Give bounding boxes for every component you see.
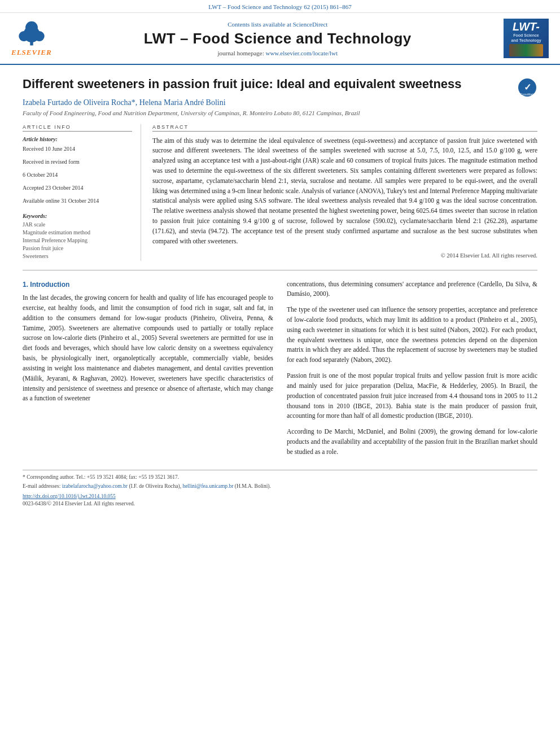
intro-para-right-3: Passion fruit is one of the most popular… — [287, 371, 537, 421]
doi-link[interactable]: http://dx.doi.org/10.1016/j.lwt.2014.10.… — [23, 493, 116, 499]
intro-para-right-4: According to De Marchi, McDaniel, and Bo… — [287, 427, 537, 457]
article-info-abstract: ARTICLE INFO Article history: Received 1… — [23, 124, 537, 261]
doi-line[interactable]: http://dx.doi.org/10.1016/j.lwt.2014.10.… — [23, 493, 537, 499]
crossmark-icon[interactable]: ✓ CrossMark — [517, 77, 537, 98]
sciencedirect-link[interactable]: ScienceDirect — [293, 21, 328, 28]
journal-header: ELSEVIER Contents lists available at Sci… — [0, 13, 560, 65]
abstract-col: ABSTRACT The aim of this study was to de… — [152, 124, 537, 261]
introduction-section: 1. Introduction In the last decades, the… — [23, 279, 537, 463]
history-label: Article history: — [23, 136, 132, 142]
lwt-logo-right: LWT- Food Science and Technology — [504, 19, 549, 58]
intro-para-1: In the last decades, the growing concern… — [23, 293, 273, 404]
corresponding-author: * Corresponding author. Tel.: +55 19 352… — [23, 474, 537, 481]
elsevier-wordmark: ELSEVIER — [11, 48, 52, 57]
abstract-header: ABSTRACT — [152, 124, 537, 132]
received-date: Received 10 June 2014 — [23, 145, 132, 153]
abstract-text: The aim of this study was to determine t… — [152, 136, 537, 247]
body-columns: 1. Introduction In the last decades, the… — [23, 279, 537, 463]
abstract-copyright: © 2014 Elsevier Ltd. All rights reserved… — [152, 252, 537, 259]
article-title: Different sweeteners in passion fruit ju… — [23, 76, 537, 93]
author-names: Izabela Furtado de Oliveira Rocha*, Hele… — [23, 98, 226, 107]
section-divider — [23, 270, 537, 270]
keyword-2: Magnitude estimation method — [23, 229, 132, 235]
revised-label: Received in revised form — [23, 158, 132, 166]
copyright-bottom: 0023-6438/© 2014 Elsevier Ltd. All right… — [23, 501, 537, 506]
affiliation: Faculty of Food Engineering, Food and Nu… — [23, 110, 537, 116]
title-area: ✓ CrossMark Different sweeteners in pass… — [23, 76, 537, 93]
body-right-col: concentrations, thus determining consume… — [287, 279, 537, 463]
email2-name: (H.M.A. Bolini). — [235, 483, 271, 489]
journal-title: LWT – Food Science and Technology — [52, 30, 504, 47]
email1-link[interactable]: izabelafarocha@yahoo.com.br — [62, 483, 128, 489]
body-left-col: 1. Introduction In the last decades, the… — [23, 279, 273, 463]
homepage-url[interactable]: www.elsevier.com/locate/lwt — [265, 50, 338, 56]
section1-title: 1. Introduction — [23, 279, 273, 290]
elsevier-logo: ELSEVIER — [11, 20, 52, 57]
article-info-col: ARTICLE INFO Article history: Received 1… — [23, 124, 141, 261]
svg-point-3 — [34, 31, 44, 41]
top-bar: LWT – Food Science and Technology 62 (20… — [0, 0, 560, 13]
keywords-section: Keywords: JAR scale Magnitude estimation… — [23, 213, 132, 259]
article-info-header: ARTICLE INFO — [23, 124, 132, 132]
email1-name: (I.F. de Oliveira Rocha), — [129, 483, 181, 489]
intro-para-right-2: The type of the sweetener used can influ… — [287, 305, 537, 365]
contents-line: Contents lists available at ScienceDirec… — [52, 21, 504, 28]
footnote-section: * Corresponding author. Tel.: +55 19 352… — [23, 470, 537, 507]
svg-point-2 — [19, 31, 29, 41]
lwt-logo-sub2: and Technology — [510, 38, 542, 43]
lwt-logo-image — [509, 44, 543, 56]
homepage-prefix: journal homepage: — [218, 50, 266, 56]
journal-header-center: Contents lists available at ScienceDirec… — [52, 21, 504, 56]
lwt-logo-big: LWT- — [513, 20, 540, 33]
email-label: E-mail addresses: — [23, 483, 60, 489]
email-footnote: E-mail addresses: izabelafarocha@yahoo.c… — [23, 483, 537, 490]
lwt-logo-sub1: Food Science — [512, 33, 540, 38]
keyword-4: Passion fruit juice — [23, 245, 132, 251]
keyword-5: Sweeteners — [23, 253, 132, 259]
keyword-1: JAR scale — [23, 221, 132, 228]
article-content: ✓ CrossMark Different sweeteners in pass… — [0, 65, 560, 518]
keyword-3: Internal Preference Mapping — [23, 237, 132, 243]
svg-text:✓: ✓ — [524, 82, 531, 92]
available-date: Available online 31 October 2014 — [23, 196, 132, 205]
svg-text:CrossMark: CrossMark — [520, 93, 535, 96]
homepage-line: journal homepage: www.elsevier.com/locat… — [52, 50, 504, 56]
accepted-date: Accepted 23 October 2014 — [23, 184, 132, 192]
elsevier-tree-icon — [12, 20, 51, 48]
keywords-header: Keywords: — [23, 213, 132, 219]
contents-prefix: Contents lists available at — [228, 21, 292, 28]
authors: Izabela Furtado de Oliveira Rocha*, Hele… — [23, 98, 537, 107]
journal-citation: LWT – Food Science and Technology 62 (20… — [208, 3, 351, 10]
svg-point-4 — [25, 21, 38, 34]
revised-date: 6 October 2014 — [23, 171, 132, 179]
intro-para-right-1: concentrations, thus determining consume… — [287, 279, 537, 300]
email2-link[interactable]: hellini@fea.unicamp.br — [182, 483, 233, 489]
